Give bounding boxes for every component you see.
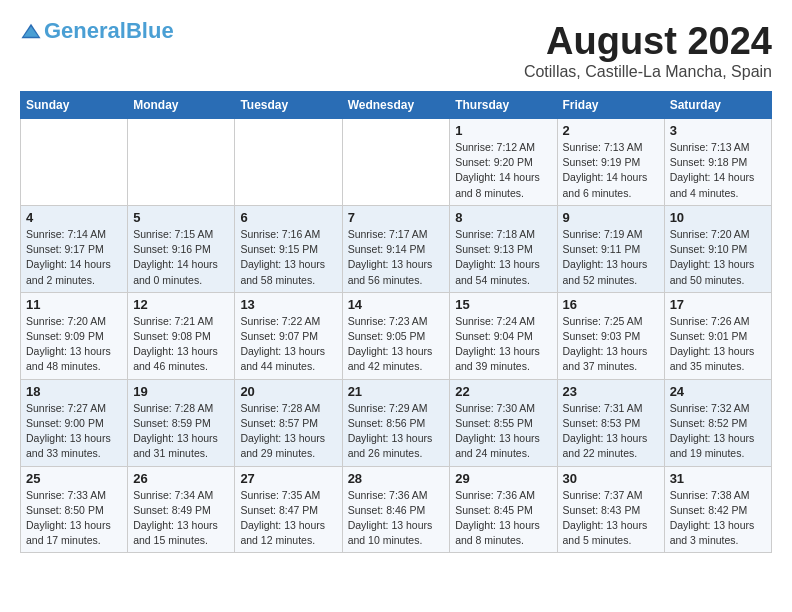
calendar-cell: 7Sunrise: 7:17 AM Sunset: 9:14 PM Daylig… bbox=[342, 205, 450, 292]
logo-icon bbox=[20, 22, 42, 40]
calendar-cell: 23Sunrise: 7:31 AM Sunset: 8:53 PM Dayli… bbox=[557, 379, 664, 466]
col-header-monday: Monday bbox=[128, 92, 235, 119]
day-number: 18 bbox=[26, 384, 122, 399]
calendar-week-5: 25Sunrise: 7:33 AM Sunset: 8:50 PM Dayli… bbox=[21, 466, 772, 553]
day-number: 3 bbox=[670, 123, 766, 138]
calendar-cell: 5Sunrise: 7:15 AM Sunset: 9:16 PM Daylig… bbox=[128, 205, 235, 292]
day-number: 20 bbox=[240, 384, 336, 399]
day-number: 19 bbox=[133, 384, 229, 399]
day-info: Sunrise: 7:29 AM Sunset: 8:56 PM Dayligh… bbox=[348, 401, 445, 462]
calendar-cell: 16Sunrise: 7:25 AM Sunset: 9:03 PM Dayli… bbox=[557, 292, 664, 379]
day-number: 15 bbox=[455, 297, 551, 312]
calendar-cell: 18Sunrise: 7:27 AM Sunset: 9:00 PM Dayli… bbox=[21, 379, 128, 466]
day-info: Sunrise: 7:18 AM Sunset: 9:13 PM Dayligh… bbox=[455, 227, 551, 288]
day-info: Sunrise: 7:32 AM Sunset: 8:52 PM Dayligh… bbox=[670, 401, 766, 462]
day-info: Sunrise: 7:22 AM Sunset: 9:07 PM Dayligh… bbox=[240, 314, 336, 375]
calendar-cell: 2Sunrise: 7:13 AM Sunset: 9:19 PM Daylig… bbox=[557, 119, 664, 206]
day-info: Sunrise: 7:33 AM Sunset: 8:50 PM Dayligh… bbox=[26, 488, 122, 549]
day-info: Sunrise: 7:13 AM Sunset: 9:18 PM Dayligh… bbox=[670, 140, 766, 201]
calendar-week-3: 11Sunrise: 7:20 AM Sunset: 9:09 PM Dayli… bbox=[21, 292, 772, 379]
calendar-cell: 3Sunrise: 7:13 AM Sunset: 9:18 PM Daylig… bbox=[664, 119, 771, 206]
calendar-cell bbox=[128, 119, 235, 206]
calendar-cell: 13Sunrise: 7:22 AM Sunset: 9:07 PM Dayli… bbox=[235, 292, 342, 379]
day-info: Sunrise: 7:28 AM Sunset: 8:59 PM Dayligh… bbox=[133, 401, 229, 462]
calendar-week-4: 18Sunrise: 7:27 AM Sunset: 9:00 PM Dayli… bbox=[21, 379, 772, 466]
calendar-cell: 29Sunrise: 7:36 AM Sunset: 8:45 PM Dayli… bbox=[450, 466, 557, 553]
day-info: Sunrise: 7:31 AM Sunset: 8:53 PM Dayligh… bbox=[563, 401, 659, 462]
col-header-friday: Friday bbox=[557, 92, 664, 119]
day-number: 6 bbox=[240, 210, 336, 225]
calendar-cell bbox=[21, 119, 128, 206]
calendar-cell: 24Sunrise: 7:32 AM Sunset: 8:52 PM Dayli… bbox=[664, 379, 771, 466]
day-number: 30 bbox=[563, 471, 659, 486]
calendar-cell: 28Sunrise: 7:36 AM Sunset: 8:46 PM Dayli… bbox=[342, 466, 450, 553]
calendar-cell: 4Sunrise: 7:14 AM Sunset: 9:17 PM Daylig… bbox=[21, 205, 128, 292]
logo-blue: Blue bbox=[126, 18, 174, 43]
calendar-week-2: 4Sunrise: 7:14 AM Sunset: 9:17 PM Daylig… bbox=[21, 205, 772, 292]
day-number: 21 bbox=[348, 384, 445, 399]
day-info: Sunrise: 7:14 AM Sunset: 9:17 PM Dayligh… bbox=[26, 227, 122, 288]
day-number: 4 bbox=[26, 210, 122, 225]
day-number: 23 bbox=[563, 384, 659, 399]
day-number: 1 bbox=[455, 123, 551, 138]
calendar-cell: 10Sunrise: 7:20 AM Sunset: 9:10 PM Dayli… bbox=[664, 205, 771, 292]
col-header-sunday: Sunday bbox=[21, 92, 128, 119]
title-area: August 2024 Cotillas, Castille-La Mancha… bbox=[524, 20, 772, 81]
day-number: 22 bbox=[455, 384, 551, 399]
day-number: 24 bbox=[670, 384, 766, 399]
logo-general: General bbox=[44, 18, 126, 43]
calendar-cell: 27Sunrise: 7:35 AM Sunset: 8:47 PM Dayli… bbox=[235, 466, 342, 553]
day-number: 7 bbox=[348, 210, 445, 225]
day-number: 25 bbox=[26, 471, 122, 486]
calendar-cell: 26Sunrise: 7:34 AM Sunset: 8:49 PM Dayli… bbox=[128, 466, 235, 553]
day-info: Sunrise: 7:16 AM Sunset: 9:15 PM Dayligh… bbox=[240, 227, 336, 288]
col-header-wednesday: Wednesday bbox=[342, 92, 450, 119]
day-info: Sunrise: 7:12 AM Sunset: 9:20 PM Dayligh… bbox=[455, 140, 551, 201]
day-info: Sunrise: 7:21 AM Sunset: 9:08 PM Dayligh… bbox=[133, 314, 229, 375]
col-header-thursday: Thursday bbox=[450, 92, 557, 119]
day-number: 29 bbox=[455, 471, 551, 486]
calendar-cell: 11Sunrise: 7:20 AM Sunset: 9:09 PM Dayli… bbox=[21, 292, 128, 379]
day-number: 5 bbox=[133, 210, 229, 225]
day-number: 11 bbox=[26, 297, 122, 312]
calendar-cell: 21Sunrise: 7:29 AM Sunset: 8:56 PM Dayli… bbox=[342, 379, 450, 466]
day-number: 8 bbox=[455, 210, 551, 225]
calendar-cell: 20Sunrise: 7:28 AM Sunset: 8:57 PM Dayli… bbox=[235, 379, 342, 466]
day-info: Sunrise: 7:27 AM Sunset: 9:00 PM Dayligh… bbox=[26, 401, 122, 462]
calendar-cell: 15Sunrise: 7:24 AM Sunset: 9:04 PM Dayli… bbox=[450, 292, 557, 379]
day-info: Sunrise: 7:26 AM Sunset: 9:01 PM Dayligh… bbox=[670, 314, 766, 375]
day-number: 13 bbox=[240, 297, 336, 312]
day-number: 28 bbox=[348, 471, 445, 486]
day-number: 31 bbox=[670, 471, 766, 486]
calendar-table: SundayMondayTuesdayWednesdayThursdayFrid… bbox=[20, 91, 772, 553]
calendar-cell: 17Sunrise: 7:26 AM Sunset: 9:01 PM Dayli… bbox=[664, 292, 771, 379]
calendar-cell bbox=[342, 119, 450, 206]
day-number: 9 bbox=[563, 210, 659, 225]
day-info: Sunrise: 7:35 AM Sunset: 8:47 PM Dayligh… bbox=[240, 488, 336, 549]
calendar-cell: 25Sunrise: 7:33 AM Sunset: 8:50 PM Dayli… bbox=[21, 466, 128, 553]
logo: GeneralBlue bbox=[20, 20, 174, 42]
day-info: Sunrise: 7:37 AM Sunset: 8:43 PM Dayligh… bbox=[563, 488, 659, 549]
day-info: Sunrise: 7:36 AM Sunset: 8:46 PM Dayligh… bbox=[348, 488, 445, 549]
day-number: 2 bbox=[563, 123, 659, 138]
day-info: Sunrise: 7:30 AM Sunset: 8:55 PM Dayligh… bbox=[455, 401, 551, 462]
day-info: Sunrise: 7:38 AM Sunset: 8:42 PM Dayligh… bbox=[670, 488, 766, 549]
day-info: Sunrise: 7:13 AM Sunset: 9:19 PM Dayligh… bbox=[563, 140, 659, 201]
day-info: Sunrise: 7:17 AM Sunset: 9:14 PM Dayligh… bbox=[348, 227, 445, 288]
day-number: 16 bbox=[563, 297, 659, 312]
day-info: Sunrise: 7:25 AM Sunset: 9:03 PM Dayligh… bbox=[563, 314, 659, 375]
calendar-cell: 22Sunrise: 7:30 AM Sunset: 8:55 PM Dayli… bbox=[450, 379, 557, 466]
col-header-tuesday: Tuesday bbox=[235, 92, 342, 119]
calendar-cell: 9Sunrise: 7:19 AM Sunset: 9:11 PM Daylig… bbox=[557, 205, 664, 292]
day-info: Sunrise: 7:28 AM Sunset: 8:57 PM Dayligh… bbox=[240, 401, 336, 462]
day-number: 14 bbox=[348, 297, 445, 312]
day-info: Sunrise: 7:36 AM Sunset: 8:45 PM Dayligh… bbox=[455, 488, 551, 549]
col-header-saturday: Saturday bbox=[664, 92, 771, 119]
calendar-header-row: SundayMondayTuesdayWednesdayThursdayFrid… bbox=[21, 92, 772, 119]
day-info: Sunrise: 7:34 AM Sunset: 8:49 PM Dayligh… bbox=[133, 488, 229, 549]
day-number: 10 bbox=[670, 210, 766, 225]
header: GeneralBlue August 2024 Cotillas, Castil… bbox=[20, 20, 772, 81]
calendar-week-1: 1Sunrise: 7:12 AM Sunset: 9:20 PM Daylig… bbox=[21, 119, 772, 206]
day-number: 12 bbox=[133, 297, 229, 312]
day-info: Sunrise: 7:20 AM Sunset: 9:10 PM Dayligh… bbox=[670, 227, 766, 288]
